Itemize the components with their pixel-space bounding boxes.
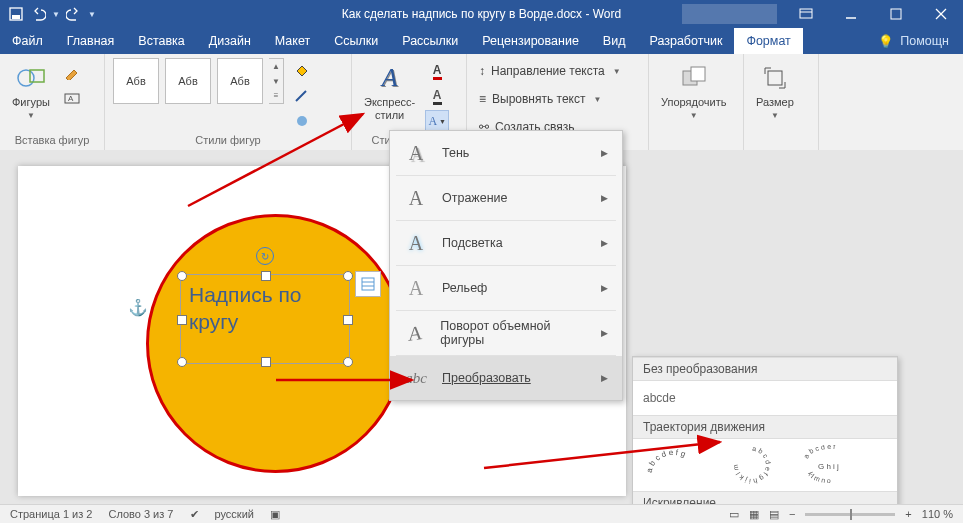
align-text-button[interactable]: ≡Выровнять текст▼ bbox=[475, 88, 625, 110]
group-label: Стили фигур bbox=[113, 132, 343, 148]
menu-glow[interactable]: AПодсветка▶ bbox=[390, 221, 622, 265]
text-fill-icon[interactable]: A bbox=[425, 60, 449, 82]
align-icon: ≡ bbox=[479, 92, 486, 106]
menu-3d-rotation[interactable]: AПоворот объемной фигуры▶ bbox=[390, 311, 622, 355]
view-print-icon[interactable]: ▦ bbox=[749, 508, 759, 521]
menu-shadow[interactable]: AТень▶ bbox=[390, 131, 622, 175]
resize-handle[interactable] bbox=[343, 357, 353, 367]
tab-file[interactable]: Файл bbox=[0, 28, 55, 54]
svg-point-8 bbox=[18, 70, 34, 86]
transform-circle[interactable]: a b c d e f g h i j k l m bbox=[721, 445, 783, 485]
menu-transform[interactable]: abcПреобразовать▶ bbox=[390, 356, 622, 400]
resize-handle[interactable] bbox=[343, 315, 353, 325]
qat-customize-icon[interactable]: ▼ bbox=[88, 10, 96, 19]
redo-icon[interactable] bbox=[66, 6, 82, 22]
language[interactable]: русский bbox=[215, 508, 254, 520]
proofing-icon[interactable]: ✔ bbox=[190, 508, 199, 521]
shape-effects-icon[interactable] bbox=[290, 110, 314, 132]
group-label: Вставка фигур bbox=[8, 132, 96, 148]
transform-icon: abc bbox=[404, 366, 428, 390]
size-icon bbox=[759, 62, 791, 94]
chevron-right-icon: ▶ bbox=[601, 283, 608, 293]
minimize-button[interactable] bbox=[828, 0, 873, 28]
gallery-header-none: Без преобразования bbox=[633, 357, 897, 381]
transform-none[interactable]: abcde bbox=[633, 381, 897, 415]
resize-handle[interactable] bbox=[177, 357, 187, 367]
tell-me[interactable]: 💡 Помощн bbox=[864, 28, 963, 54]
menu-bevel[interactable]: AРельеф▶ bbox=[390, 266, 622, 310]
zoom-out-icon[interactable]: − bbox=[789, 508, 795, 520]
gallery-more[interactable]: ▲▼≡ bbox=[269, 58, 284, 104]
window-title: Как сделать надпись по кругу в Ворде.doc… bbox=[342, 7, 621, 21]
tab-design[interactable]: Дизайн bbox=[197, 28, 263, 54]
shapes-button[interactable]: Фигуры ▼ bbox=[8, 58, 54, 120]
style-preset-3[interactable]: Абв bbox=[217, 58, 263, 104]
ribbon-display-icon[interactable] bbox=[783, 0, 828, 28]
status-bar: Страница 1 из 2 Слово 3 из 7 ✔ русский ▣… bbox=[0, 504, 963, 523]
transform-arch-up[interactable]: a b c d e f g bbox=[643, 445, 705, 485]
zoom-slider[interactable] bbox=[805, 513, 895, 516]
svg-rect-2 bbox=[800, 9, 812, 18]
chevron-right-icon: ▶ bbox=[601, 148, 608, 158]
text-box[interactable]: ↻ Надпись по кругу bbox=[180, 274, 350, 364]
tab-mailings[interactable]: Рассылки bbox=[390, 28, 470, 54]
tab-review[interactable]: Рецензирование bbox=[470, 28, 591, 54]
view-web-icon[interactable]: ▤ bbox=[769, 508, 779, 521]
resize-handle[interactable] bbox=[177, 271, 187, 281]
layout-options-icon[interactable] bbox=[355, 271, 381, 297]
tab-format[interactable]: Формат bbox=[734, 28, 802, 54]
macro-icon[interactable]: ▣ bbox=[270, 508, 280, 521]
chevron-right-icon: ▶ bbox=[601, 373, 608, 383]
text-box-icon[interactable]: A bbox=[60, 87, 84, 109]
svg-rect-1 bbox=[12, 15, 20, 19]
save-icon[interactable] bbox=[8, 6, 24, 22]
resize-handle[interactable] bbox=[177, 315, 187, 325]
tab-insert[interactable]: Вставка bbox=[126, 28, 196, 54]
zoom-in-icon[interactable]: + bbox=[905, 508, 911, 520]
tab-layout[interactable]: Макет bbox=[263, 28, 322, 54]
glow-icon: A bbox=[404, 231, 428, 255]
rotate-handle[interactable]: ↻ bbox=[256, 247, 274, 265]
edit-shape-icon[interactable] bbox=[60, 62, 84, 84]
zoom-level[interactable]: 110 % bbox=[922, 508, 953, 520]
arrange-button[interactable]: Упорядочить▼ bbox=[657, 58, 730, 120]
wordart-icon: A bbox=[374, 62, 406, 94]
resize-handle[interactable] bbox=[261, 271, 271, 281]
page-count[interactable]: Страница 1 из 2 bbox=[10, 508, 92, 520]
size-button[interactable]: Размер▼ bbox=[752, 58, 798, 120]
style-preset-2[interactable]: Абв bbox=[165, 58, 211, 104]
group-size: Размер▼ bbox=[744, 54, 819, 150]
account-name[interactable] bbox=[682, 4, 777, 24]
quick-styles-button[interactable]: A Экспресс- стили bbox=[360, 58, 419, 121]
resize-handle[interactable] bbox=[261, 357, 271, 367]
text-outline-icon[interactable]: A bbox=[425, 85, 449, 107]
style-preset-1[interactable]: Абв bbox=[113, 58, 159, 104]
maximize-button[interactable] bbox=[873, 0, 918, 28]
text-box-content[interactable]: Надпись по кругу bbox=[181, 275, 349, 342]
bevel-icon: A bbox=[404, 276, 428, 300]
resize-handle[interactable] bbox=[343, 271, 353, 281]
undo-more-icon[interactable]: ▼ bbox=[52, 10, 60, 19]
menu-reflection[interactable]: AОтражение▶ bbox=[390, 176, 622, 220]
tab-references[interactable]: Ссылки bbox=[322, 28, 390, 54]
svg-text:A: A bbox=[68, 94, 74, 103]
rotation-icon: A bbox=[404, 319, 426, 346]
shape-style-gallery[interactable]: Абв Абв Абв ▲▼≡ bbox=[113, 58, 284, 104]
text-direction-button[interactable]: ↕Направление текста▼ bbox=[475, 60, 625, 82]
close-button[interactable] bbox=[918, 0, 963, 28]
tab-view[interactable]: Вид bbox=[591, 28, 638, 54]
tab-developer[interactable]: Разработчик bbox=[637, 28, 734, 54]
undo-icon[interactable] bbox=[30, 6, 46, 22]
shape-fill-icon[interactable] bbox=[290, 60, 314, 82]
text-effects-button[interactable]: A▼ bbox=[425, 110, 449, 132]
svg-text:k l m n o: k l m n o bbox=[807, 471, 831, 484]
word-count[interactable]: Слово 3 из 7 bbox=[108, 508, 173, 520]
view-read-icon[interactable]: ▭ bbox=[729, 508, 739, 521]
group-insert-shapes: Фигуры ▼ A Вставка фигур bbox=[0, 54, 105, 150]
anchor-icon: ⚓ bbox=[128, 298, 148, 317]
shape-outline-icon[interactable] bbox=[290, 85, 314, 107]
tab-home[interactable]: Главная bbox=[55, 28, 127, 54]
title-bar: ▼ ▼ Как сделать надпись по кругу в Ворде… bbox=[0, 0, 963, 28]
transform-button[interactable]: a b c d e fG h i jk l m n o bbox=[799, 445, 861, 485]
chevron-right-icon: ▶ bbox=[601, 328, 608, 338]
